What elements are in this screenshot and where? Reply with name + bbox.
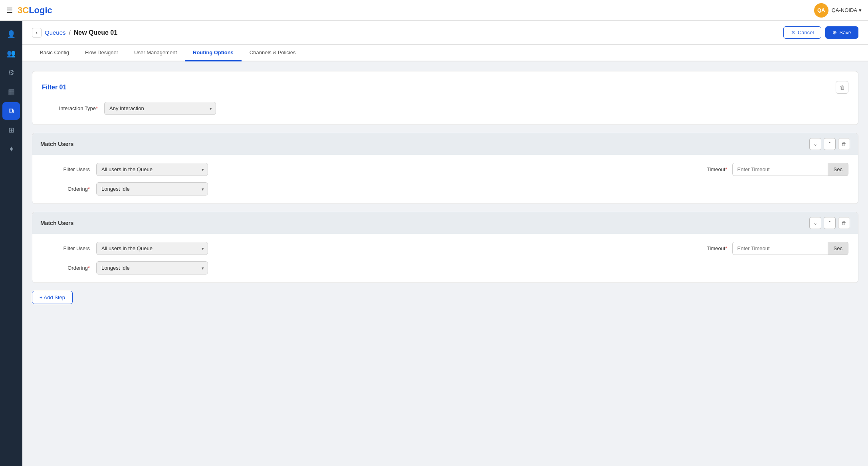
interaction-type-select[interactable]: Any Interaction Voice Chat Email — [104, 102, 216, 115]
hamburger-menu[interactable]: ☰ — [6, 6, 13, 15]
match-users-block-2: Match Users ⌄ ⌃ 🗑 Filter Users All users… — [32, 212, 858, 283]
sidebar-item-users[interactable]: 👤 — [2, 26, 20, 43]
ordering-label-1: Ordering* — [42, 186, 90, 192]
match-users-block-1: Match Users ⌄ ⌃ 🗑 Filter Users All users… — [32, 133, 858, 204]
sidebar: 👤 👥 ⚙ ▦ ⧉ ⊞ ✦ — [0, 21, 22, 314]
back-button[interactable]: ‹ — [32, 28, 42, 38]
save-button[interactable]: ⊕ Save — [825, 26, 858, 39]
filter-users-select-1[interactable]: All users in the Queue Specific Users By… — [96, 163, 208, 176]
timeout-sec-label-1: Sec — [828, 163, 848, 176]
match-users-title-1: Match Users — [40, 141, 73, 147]
filter-users-row-1: Filter Users All users in the Queue Spec… — [42, 163, 848, 176]
filter-users-label-1: Filter Users — [42, 166, 90, 172]
ordering-select-wrapper-2: Longest Idle Round Robin Least Busy ▾ — [96, 261, 208, 274]
filter-title-text: Filter 01 — [42, 84, 66, 91]
timeout-input-1[interactable] — [732, 163, 828, 176]
filter-users-select-wrapper-2: All users in the Queue Specific Users By… — [96, 242, 208, 255]
delete-button-2[interactable]: 🗑 — [838, 217, 850, 229]
ordering-select-1[interactable]: Longest Idle Round Robin Least Busy — [96, 182, 208, 195]
timeout-input-group-2: Sec — [732, 242, 848, 255]
tab-channels-policies[interactable]: Channels & Policies — [242, 45, 304, 61]
ordering-select-wrapper-1: Longest Idle Round Robin Least Busy ▾ — [96, 182, 208, 195]
match-users-actions-2: ⌄ ⌃ 🗑 — [809, 217, 850, 229]
filter-users-row-2: Filter Users All users in the Queue Spec… — [42, 242, 848, 255]
timeout-sec-label-2: Sec — [828, 242, 848, 255]
interaction-type-row: Interaction Type* Any Interaction Voice … — [42, 102, 848, 115]
timeout-input-group-1: Sec — [732, 163, 848, 176]
filter-delete-button[interactable]: 🗑 — [836, 81, 848, 94]
sidebar-item-integrations[interactable]: ✦ — [2, 140, 20, 158]
timeout-label-1: Timeout* — [680, 166, 727, 172]
match-users-actions-1: ⌄ ⌃ 🗑 — [809, 138, 850, 150]
timeout-input-2[interactable] — [732, 242, 828, 255]
tab-flow-designer[interactable]: Flow Designer — [77, 45, 126, 61]
expand-up-button-1[interactable]: ⌃ — [824, 138, 836, 150]
filter-users-select-2[interactable]: All users in the Queue Specific Users By… — [96, 242, 208, 255]
filter-users-select-wrapper-1: All users in the Queue Specific Users By… — [96, 163, 208, 176]
tab-routing-options[interactable]: Routing Options — [185, 45, 242, 61]
cancel-icon: ✕ — [791, 30, 795, 36]
match-users-title-2: Match Users — [40, 220, 73, 226]
save-icon: ⊕ — [832, 30, 837, 36]
page-title: New Queue 01 — [74, 29, 117, 36]
filter-title: Filter 01 🗑 — [42, 81, 848, 94]
content-area: Filter 01 🗑 Interaction Type* Any Intera… — [22, 61, 868, 314]
tab-user-management[interactable]: User Management — [126, 45, 185, 61]
breadcrumb: ‹ Queues / New Queue 01 — [32, 28, 117, 38]
interaction-type-select-wrapper: Any Interaction Voice Chat Email ▾ — [104, 102, 216, 115]
header-actions: ✕ Cancel ⊕ Save — [783, 26, 858, 39]
ordering-label-2: Ordering* — [42, 265, 90, 271]
breadcrumb-separator: / — [69, 29, 71, 36]
match-users-body-2: Filter Users All users in the Queue Spec… — [32, 234, 858, 282]
match-users-body-1: Filter Users All users in the Queue Spec… — [32, 155, 858, 203]
cancel-button[interactable]: ✕ Cancel — [783, 26, 821, 39]
expand-up-button-2[interactable]: ⌃ — [824, 217, 836, 229]
top-nav: ☰ 3CLogic QA QA-NOIDA ▾ — [0, 0, 868, 21]
sidebar-item-reports[interactable]: ⊞ — [2, 121, 20, 139]
ordering-row-2: Ordering* Longest Idle Round Robin Least… — [42, 261, 848, 274]
delete-button-1[interactable]: 🗑 — [838, 138, 850, 150]
user-avatar: QA — [814, 3, 828, 18]
interaction-type-label: Interaction Type* — [42, 105, 98, 111]
expand-down-button-2[interactable]: ⌄ — [809, 217, 821, 229]
sidebar-item-contacts[interactable]: 👥 — [2, 45, 20, 62]
match-users-header-1: Match Users ⌄ ⌃ 🗑 — [32, 133, 858, 155]
tab-basic-config[interactable]: Basic Config — [32, 45, 77, 61]
page-header: ‹ Queues / New Queue 01 ✕ Cancel ⊕ Save — [22, 21, 868, 45]
logo: 3CLogic — [18, 5, 52, 16]
timeout-label-2: Timeout* — [680, 245, 727, 251]
ordering-row-1: Ordering* Longest Idle Round Robin Least… — [42, 182, 848, 195]
breadcrumb-queues-link[interactable]: Queues — [45, 29, 66, 36]
tabs-bar: Basic Config Flow Designer User Manageme… — [22, 45, 868, 61]
sidebar-item-queues[interactable]: ⧉ — [2, 102, 20, 120]
filter-section: Filter 01 🗑 Interaction Type* Any Intera… — [32, 71, 858, 125]
username-label[interactable]: QA-NOIDA ▾ — [832, 7, 862, 13]
sidebar-item-dashboard[interactable]: ▦ — [2, 83, 20, 101]
expand-down-button-1[interactable]: ⌄ — [809, 138, 821, 150]
filter-users-label-2: Filter Users — [42, 245, 90, 251]
add-step-button[interactable]: + Add Step — [32, 291, 73, 304]
main-wrapper: ‹ Queues / New Queue 01 ✕ Cancel ⊕ Save … — [22, 21, 868, 314]
ordering-select-2[interactable]: Longest Idle Round Robin Least Busy — [96, 261, 208, 274]
sidebar-item-settings[interactable]: ⚙ — [2, 64, 20, 81]
match-users-header-2: Match Users ⌄ ⌃ 🗑 — [32, 212, 858, 234]
